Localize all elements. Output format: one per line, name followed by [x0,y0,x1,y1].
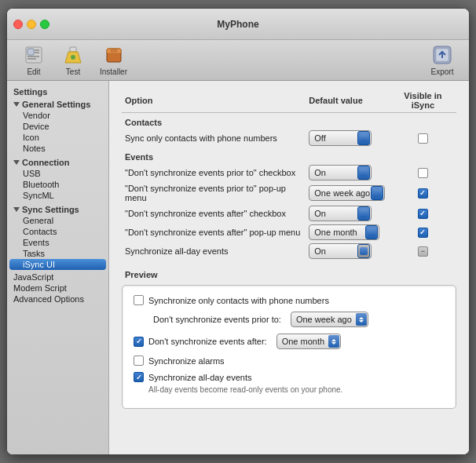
general-settings-label: General Settings [22,100,90,109]
preview-dropdown-btn[interactable] [356,313,367,326]
sync-settings-group: Sync Settings General Contacts Events Ta… [7,202,108,270]
events-section-label: Events [122,148,456,163]
preview-allday-note: All-day events become read-only events o… [134,385,445,394]
preview-cb-allday[interactable] [134,372,144,382]
export-button[interactable]: Export [423,41,461,79]
option-dont-sync-prior-popup: "Don't synchronize events prior to" pop-… [122,182,306,204]
expand-icon [13,102,20,107]
option-sync-contacts: Sync only contacts with phone numbers [122,129,306,148]
visible-checkbox[interactable] [418,246,428,257]
connection-expand-icon [13,160,20,165]
dont-sync-after-cb-dropdown[interactable]: On [309,206,372,221]
sidebar-item-icon[interactable]: Icon [7,132,108,143]
default-sync-contacts: Off [306,129,390,148]
visible-dont-sync-after-cb [390,204,456,223]
test-icon [62,44,84,66]
maximize-button[interactable] [40,20,49,29]
sidebar-item-usb[interactable]: USB [7,168,108,179]
sidebar-item-vendor[interactable]: Vendor [7,110,108,121]
visible-checkbox[interactable] [418,188,428,199]
table-row: "Don't synchronize events after" checkbo… [122,204,456,223]
sync-allday-dropdown[interactable]: On [309,243,372,259]
option-dont-sync-after-popup: "Don't synchronize events after" pop-up … [122,223,306,242]
dont-sync-after-popup-dropdown[interactable]: One month [309,224,379,240]
dropdown-btn[interactable] [357,206,370,221]
dropdown-btn[interactable] [371,186,383,200]
dropdown-btn[interactable] [357,131,370,145]
sidebar-item-javascript[interactable]: JavaScript [7,272,108,283]
connection-header[interactable]: Connection [7,155,108,168]
preview-after-dropdown[interactable]: One month [276,334,341,349]
checkbox-cell [393,209,453,219]
export-label: Export [431,67,454,76]
checkbox-cell [393,246,453,257]
preview-row-allday: Synchronize all-day events [134,372,445,382]
preview-row-alarms: Synchronize alarms [134,355,445,366]
preview-box: Synchronize only contacts with phone num… [122,285,456,409]
down-arrow-icon [359,320,364,323]
settings-label: Settings [7,86,108,97]
dropdown-up-icon [369,229,374,232]
traffic-lights [13,20,49,29]
sidebar-item-syncml[interactable]: SyncML [7,190,108,201]
edit-button[interactable]: Edit [15,41,53,79]
dropdown-down-icon [361,252,366,255]
preview-cb-alarms[interactable] [134,355,144,366]
dropdown-btn[interactable] [365,225,378,239]
sidebar-item-isync-ui[interactable]: iSync UI [9,259,106,270]
visible-checkbox[interactable] [418,228,428,238]
installer-button[interactable]: Installer [93,41,134,79]
up-arrow-icon [359,317,364,319]
preview-dropdown-btn2[interactable] [328,335,339,348]
checkbox-cell [393,188,453,199]
visible-checkbox[interactable] [418,209,428,219]
dropdown-up-icon [361,135,366,138]
visible-checkbox[interactable] [418,133,428,144]
sidebar-item-general[interactable]: General [7,215,108,226]
events-section-row: Events [122,148,456,163]
installer-icon [103,44,125,66]
preview-after-label: Don't synchronize events after: [148,337,267,346]
close-button[interactable] [13,20,23,29]
sidebar-item-events[interactable]: Events [7,237,108,248]
sidebar-item-device[interactable]: Device [7,121,108,132]
test-label: Test [66,67,80,76]
option-dont-sync-after-cb: "Don't synchronize events after" checkbo… [122,204,306,223]
sidebar-item-tasks[interactable]: Tasks [7,248,108,259]
titlebar: MyPhone [7,9,469,40]
option-sync-allday: Synchronize all-day events [122,242,306,261]
dropdown-btn[interactable] [357,244,370,258]
edit-label: Edit [27,67,40,76]
sidebar-item-advanced-options[interactable]: Advanced Options [7,293,108,304]
preview-cb-sync-contacts[interactable] [134,295,144,305]
dropdown-up-icon [361,248,366,251]
up-arrow-icon [331,339,336,341]
sidebar-item-modem-script[interactable]: Modem Script [7,283,108,293]
test-button[interactable]: Test [54,41,92,79]
option-dont-sync-prior-cb: "Don't synchronize events prior to" chec… [122,163,306,182]
dropdown-btn[interactable] [357,166,370,180]
sync-contacts-dropdown[interactable]: Off [309,130,372,146]
minimize-button[interactable] [27,20,36,29]
preview-prior-label: Don't synchronize events prior to: [153,315,281,324]
checkbox-cell [393,228,453,238]
svg-point-7 [71,55,75,60]
general-settings-header[interactable]: General Settings [7,97,108,110]
default-dont-sync-prior-popup: One week ago [306,182,390,204]
sync-settings-header[interactable]: Sync Settings [7,202,108,215]
connection-group: Connection USB Bluetooth SyncML [7,155,108,201]
dont-sync-prior-popup-dropdown[interactable]: One week ago [309,185,385,201]
sidebar-item-notes[interactable]: Notes [7,143,108,154]
preview-cb-after[interactable] [134,337,144,347]
sidebar-item-bluetooth[interactable]: Bluetooth [7,179,108,190]
export-icon [431,44,453,66]
visible-checkbox[interactable] [418,168,428,178]
dropdown-down-icon [369,233,374,236]
default-sync-allday: On [306,242,390,261]
preview-prior-dropdown[interactable]: One week ago [291,312,368,327]
sidebar-item-contacts[interactable]: Contacts [7,226,108,237]
options-table: Option Default value Visible in iSync Co… [122,89,456,261]
contacts-section-row: Contacts [122,113,456,129]
dont-sync-prior-cb-dropdown[interactable]: On [309,165,372,180]
preview-sync-contacts-label: Synchronize only contacts with phone num… [148,296,329,305]
